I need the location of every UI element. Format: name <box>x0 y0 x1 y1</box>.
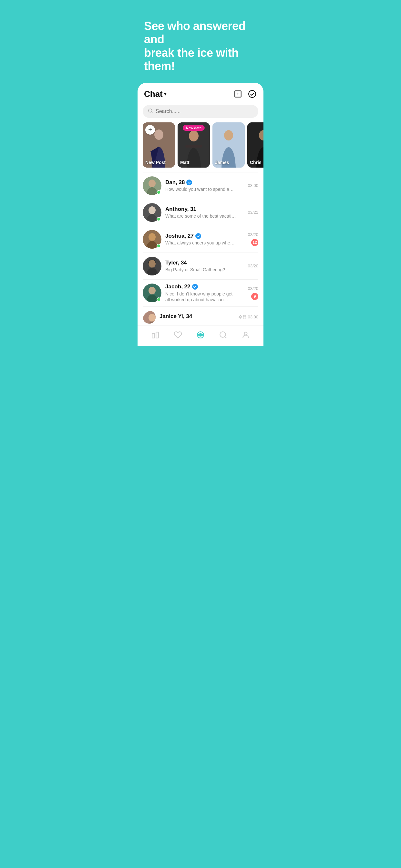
svg-point-24 <box>149 314 156 321</box>
avatar-tyler <box>143 257 161 275</box>
chat-name-row-anthony: Anthony, 31 <box>165 206 244 213</box>
nav-likes[interactable] <box>174 330 182 339</box>
chat-name-joshua: Joshua, 27 <box>165 233 194 239</box>
chat-preview-jacob: Nice. I don't know why people get all wo… <box>165 291 236 303</box>
svg-rect-25 <box>152 334 155 338</box>
svg-point-2 <box>149 109 152 113</box>
nav-discover[interactable] <box>219 330 227 339</box>
chat-info-dan: Dan, 28 How would you want to spend a… <box>165 179 244 192</box>
verified-badge-jacob <box>192 284 198 290</box>
svg-point-4 <box>154 129 163 140</box>
stories-row: + New Post New date Matt <box>137 122 264 172</box>
avatar-dan <box>143 176 161 195</box>
svg-point-27 <box>199 334 202 337</box>
new-date-badge: New date <box>183 125 205 131</box>
chat-name-row-joshua: Joshua, 27 <box>165 233 244 239</box>
chat-title[interactable]: Chat ▾ <box>144 89 166 99</box>
chat-item-jacob[interactable]: Jacob, 22 Nice. I don't know why people … <box>137 280 264 306</box>
chat-info-joshua: Joshua, 27 What always cheers you up whe… <box>165 233 244 245</box>
chat-name-jacob: Jacob, 22 <box>165 283 190 290</box>
card-header: Chat ▾ <box>137 83 264 102</box>
avatar-joshua <box>143 230 161 249</box>
nav-chat[interactable] <box>196 330 205 339</box>
home-icon <box>151 330 160 339</box>
story-matt[interactable]: New date Matt <box>178 122 210 167</box>
chat-item-janice[interactable]: Janice Yi, 34 今日 03:00 <box>137 307 264 326</box>
compose-icon <box>234 90 242 98</box>
chat-name-row-janice: Janice Yi, 34 <box>159 313 235 320</box>
chat-preview-dan: How would you want to spend a… <box>165 187 236 192</box>
chat-item-anthony[interactable]: Anthony, 31 What are some of the best va… <box>137 199 264 226</box>
svg-point-1 <box>249 90 256 97</box>
svg-point-17 <box>149 233 156 241</box>
svg-rect-26 <box>156 332 158 338</box>
verified-badge-dan <box>186 180 192 185</box>
tyler-avatar-image <box>143 257 161 275</box>
chat-preview-anthony: What are some of the best vacations… <box>165 213 236 219</box>
chat-meta-tyler: 03/20 <box>248 264 258 268</box>
unread-badge-jacob: 9 <box>251 293 258 300</box>
dropdown-arrow: ▾ <box>164 91 166 97</box>
story-matt-label: Matt <box>180 160 189 165</box>
svg-point-13 <box>149 180 156 187</box>
compose-button[interactable] <box>233 89 243 99</box>
chat-time-anthony: 03/21 <box>248 210 258 215</box>
chat-name-row-dan: Dan, 28 <box>165 179 244 186</box>
headline-line2: break the ice with them! <box>144 46 239 73</box>
nav-home[interactable] <box>151 330 160 339</box>
search-bar[interactable] <box>143 105 258 118</box>
chat-meta-janice: 今日 03:00 <box>238 314 258 320</box>
chat-list: Dan, 28 How would you want to spend a… 0… <box>137 172 264 326</box>
chat-name-dan: Dan, 28 <box>165 179 185 186</box>
avatar-jacob <box>143 283 161 302</box>
check-icon <box>248 90 256 98</box>
chat-preview-tyler: Big Party or Small Gathering? <box>165 267 236 272</box>
chat-meta-joshua: 03/20 12 <box>248 232 258 246</box>
verified-badge-joshua <box>195 233 201 239</box>
svg-point-9 <box>224 130 233 141</box>
chat-name-row-jacob: Jacob, 22 <box>165 283 244 290</box>
svg-rect-7 <box>185 145 202 148</box>
svg-point-15 <box>149 206 156 214</box>
chat-name-row-tyler: Tyler, 34 <box>165 259 244 266</box>
chat-item-dan[interactable]: Dan, 28 How would you want to spend a… 0… <box>137 173 264 199</box>
chat-title-text: Chat <box>144 89 163 99</box>
app-screen: See who answered and break the ice with … <box>134 0 267 346</box>
add-story-button[interactable]: + <box>145 125 155 135</box>
story-james[interactable]: James <box>212 122 245 167</box>
unread-badge-joshua: 12 <box>251 239 258 246</box>
chat-meta-anthony: 03/21 <box>248 210 258 215</box>
check-button[interactable] <box>247 89 257 99</box>
story-new-post[interactable]: + New Post <box>143 122 175 167</box>
chat-meta-jacob: 03/20 9 <box>248 286 258 300</box>
chat-item-joshua[interactable]: Joshua, 27 What always cheers you up whe… <box>137 226 264 252</box>
online-indicator-dan <box>157 190 161 194</box>
online-indicator-joshua <box>157 244 161 248</box>
search-nav-icon <box>219 330 227 339</box>
profile-icon <box>241 330 250 339</box>
chat-time-tyler: 03/20 <box>248 264 258 268</box>
chat-name-anthony: Anthony, 31 <box>165 206 196 213</box>
chat-info-anthony: Anthony, 31 What are some of the best va… <box>165 206 244 219</box>
story-james-label: James <box>215 160 229 165</box>
chat-time-dan: 03:00 <box>248 183 258 188</box>
story-chris-label: Chris <box>250 160 261 165</box>
search-icon <box>148 108 153 115</box>
chat-info-janice: Janice Yi, 34 <box>159 313 235 321</box>
headline-line1: See who answered and <box>144 20 245 46</box>
headline: See who answered and break the ice with … <box>134 0 267 83</box>
chat-time-joshua: 03/20 <box>248 232 258 237</box>
chat-preview-joshua: What always cheers you up when you… <box>165 240 236 245</box>
chat-meta-dan: 03:00 <box>248 183 258 188</box>
chat-info-jacob: Jacob, 22 Nice. I don't know why people … <box>165 283 244 303</box>
chat-item-tyler[interactable]: Tyler, 34 Big Party or Small Gathering? … <box>137 253 264 279</box>
search-input[interactable] <box>156 108 253 114</box>
svg-point-22 <box>149 287 156 294</box>
nav-profile[interactable] <box>241 330 250 339</box>
story-chris[interactable]: Chris <box>247 122 264 167</box>
avatar-janice <box>143 311 156 323</box>
chat-icon <box>196 330 205 339</box>
chat-time-janice: 今日 03:00 <box>238 314 258 320</box>
header-icons <box>233 89 257 99</box>
heart-icon <box>174 330 182 339</box>
